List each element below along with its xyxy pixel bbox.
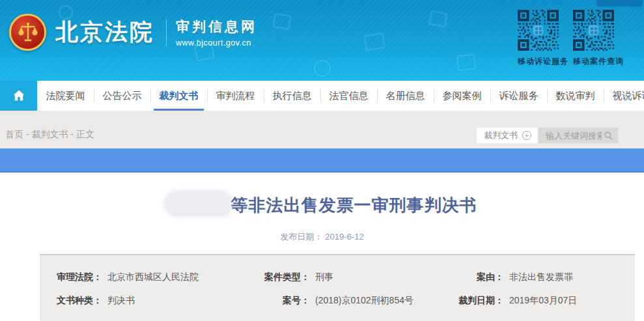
qr-label: 移动案件查询	[573, 56, 614, 67]
nav-tab-announcements[interactable]: 公告公示	[94, 81, 150, 111]
portal-url: www.bjcourt.gov.cn	[176, 38, 257, 48]
brand-divider	[166, 19, 167, 46]
cell-label: 案件类型：	[254, 272, 310, 283]
expand-plus-icon[interactable]: +	[522, 131, 531, 140]
decorative-pattern-icon	[314, 60, 331, 77]
nav-tab-reference-cases[interactable]: 参阅案例	[434, 81, 490, 111]
court-emblem-logo	[9, 14, 46, 51]
cell-value: 北京市西城区人民法院	[107, 272, 199, 283]
qr-mobile-litigation-service: 移动诉讼服务	[518, 10, 559, 67]
portal-name: 审判信息网	[176, 18, 257, 36]
case-info-table: 审理法院： 北京市西城区人民法院 案件类型： 刑事 案由： 非法出售发票罪 文书…	[40, 254, 635, 321]
cell-label: 文书种类：	[57, 295, 102, 307]
header-top-tab	[596, 0, 643, 7]
qr-mobile-case-inquiry: 移动案件查询	[573, 10, 614, 67]
table-row: 文书种类： 判决书 案号： (2018)京0102刑初854号 裁判日期： 20…	[40, 289, 635, 313]
cell-label: 案由：	[449, 272, 504, 283]
decorative-pattern-icon	[456, 54, 476, 72]
publish-date-label: 发布日期：	[280, 232, 322, 242]
nav-tab-enforcement-info[interactable]: 执行信息	[264, 81, 320, 111]
portal-block: 审判信息网 www.bjcourt.gov.cn	[176, 18, 257, 48]
nav-tab-litigation-services[interactable]: 诉讼服务	[490, 81, 547, 111]
document-title-row: 等非法出售发票一审刑事判决书	[0, 194, 644, 217]
cell-cause-of-action: 案由： 非法出售发票罪	[449, 272, 635, 283]
cell-value: 判决书	[107, 295, 135, 307]
cell-document-type: 文书种类： 判决书	[40, 295, 254, 307]
document-title: 等非法出售发票一审刑事判决书	[231, 195, 477, 215]
redacted-name-blur	[167, 194, 230, 214]
nav-home-button[interactable]	[0, 81, 37, 111]
cell-label: 裁判日期：	[449, 295, 504, 307]
search-button[interactable]	[603, 130, 614, 141]
site-name: 北京法院	[55, 17, 154, 48]
section-banner	[0, 148, 644, 173]
breadcrumb[interactable]: 首页 - 裁判文书 - 正文	[5, 129, 94, 141]
main-navigation: 法院要闻 公告公示 裁判文书 审判流程 执行信息 法官信息 名册信息 参阅案例 …	[0, 81, 644, 111]
search-category-select[interactable]: 裁判文书 +	[477, 128, 537, 143]
publish-date-row: 发布日期：2019-6-12	[0, 231, 644, 243]
search-input-wrap	[539, 128, 618, 143]
breadcrumb-bar: 首页 - 裁判文书 - 正文 裁判文书 +	[0, 111, 644, 148]
qr-code-image	[573, 10, 614, 51]
cell-label: 审理法院：	[57, 272, 102, 283]
nav-tab-judgment-documents[interactable]: 裁判文书	[150, 81, 207, 111]
qr-code-image	[518, 10, 559, 51]
cell-value: 刑事	[315, 272, 333, 283]
search-input[interactable]	[544, 130, 603, 141]
cell-value: 非法出售发票罪	[509, 272, 573, 283]
scales-of-justice-icon	[16, 21, 40, 44]
cell-value: 2019年03月07日	[509, 295, 577, 307]
article-content: 等非法出售发票一审刑事判决书 发布日期：2019-6-12 审理法院： 北京市西…	[0, 194, 644, 321]
home-icon	[11, 88, 27, 104]
nav-tab-judge-info[interactable]: 法官信息	[320, 81, 377, 111]
nav-tab-court-news[interactable]: 法院要闻	[37, 81, 94, 111]
decorative-pattern-icon	[428, 10, 447, 27]
search-icon	[603, 130, 614, 141]
decorative-pattern-icon	[273, 13, 292, 29]
cell-value: (2018)京0102刑初854号	[315, 295, 413, 307]
nav-tab-trial-process[interactable]: 审判流程	[207, 81, 264, 111]
cell-label: 案号：	[254, 295, 310, 307]
publish-date-value: 2019-6-12	[325, 232, 363, 242]
cell-judgment-date: 裁判日期： 2019年03月07日	[449, 295, 635, 307]
nav-tab-video-litigation[interactable]: 视说诉讼	[604, 81, 644, 111]
site-header: 北京法院 审判信息网 www.bjcourt.gov.cn 移动诉讼服务 移动案…	[0, 0, 644, 81]
qr-label: 移动诉讼服务	[518, 56, 559, 67]
nav-tab-roster-info[interactable]: 名册信息	[377, 81, 434, 111]
table-row: 审理法院： 北京市西城区人民法院 案件类型： 刑事 案由： 非法出售发票罪	[40, 266, 635, 289]
cell-case-number: 案号： (2018)京0102刑初854号	[254, 295, 449, 307]
qr-code-group: 移动诉讼服务 移动案件查询	[518, 10, 614, 67]
cell-case-type: 案件类型： 刑事	[254, 272, 449, 283]
search-group: 裁判文书 +	[477, 128, 618, 143]
site-brand[interactable]: 北京法院 审判信息网 www.bjcourt.gov.cn	[9, 14, 257, 51]
cell-trial-court: 审理法院： 北京市西城区人民法院	[40, 272, 254, 283]
search-category-label: 裁判文书	[484, 130, 518, 141]
decorative-pattern-icon	[363, 33, 385, 51]
page: 北京法院 审判信息网 www.bjcourt.gov.cn 移动诉讼服务 移动案…	[0, 0, 644, 321]
nav-tab-data-justice[interactable]: 数说审判	[547, 81, 604, 111]
